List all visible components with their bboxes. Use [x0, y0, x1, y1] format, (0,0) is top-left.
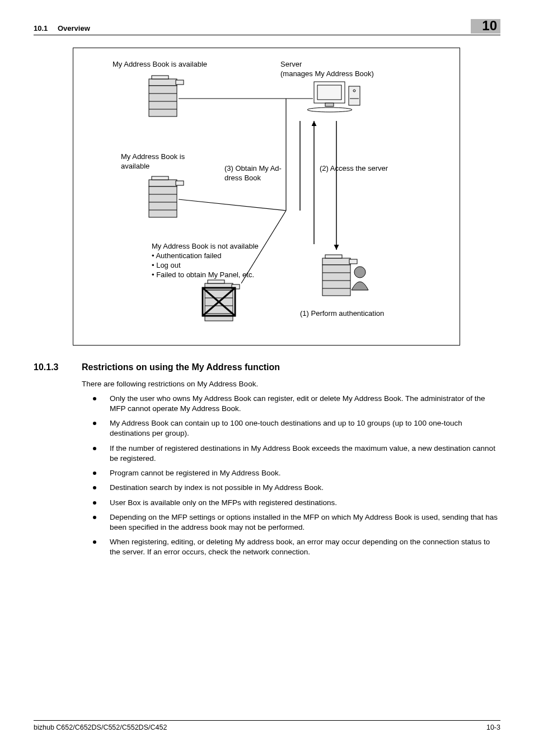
diagram-container: My Address Book is available Server (man… [73, 48, 500, 346]
diagram: My Address Book is available Server (man… [73, 48, 460, 346]
list-item: Program cannot be registered in My Addre… [93, 468, 500, 478]
mfp-icon [149, 76, 184, 116]
svg-rect-13 [349, 86, 360, 105]
footer-left: bizhub C652/C652DS/C552/C552DS/C452 [34, 723, 167, 732]
header-section-title: Overview [58, 24, 90, 32]
list-item: When registering, editing, or deleting M… [93, 537, 500, 557]
section-body: There are following restrictions on My A… [82, 379, 500, 558]
list-item: If the number of registered destinations… [93, 444, 500, 464]
list-item: My Address Book can contain up to 100 on… [93, 418, 500, 438]
footer: bizhub C652/C652DS/C552/C552DS/C452 10-3 [34, 720, 500, 732]
user-icon [352, 267, 368, 290]
diagram-svg [73, 48, 460, 345]
section-intro: There are following restrictions on My A… [82, 379, 500, 389]
header-section-number: 10.1 [34, 24, 48, 32]
section-title: Restrictions on using the My Address fun… [82, 361, 280, 374]
section: 10.1.3 Restrictions on using the My Addr… [34, 361, 500, 558]
section-number: 10.1.3 [34, 361, 67, 374]
svg-point-17 [354, 267, 366, 278]
header-left: 10.1 Overview [34, 24, 90, 34]
running-header: 10.1 Overview 10 [34, 19, 500, 35]
svg-line-20 [179, 199, 286, 211]
svg-line-24 [241, 211, 286, 283]
restriction-list: Only the user who owns My Address Book c… [82, 394, 500, 558]
server-icon [307, 82, 360, 112]
svg-point-16 [307, 108, 352, 112]
footer-right: 10-3 [486, 723, 500, 732]
mfp-icon [149, 176, 184, 217]
page: 10.1 Overview 10 My Address Book is avai… [0, 0, 534, 756]
mfp-unavailable-icon [203, 280, 240, 321]
list-item: Destination search by index is not possi… [93, 483, 500, 493]
list-item: Only the user who owns My Address Book c… [93, 394, 500, 414]
svg-rect-12 [325, 103, 334, 106]
svg-rect-11 [317, 85, 341, 100]
chapter-badge: 10 [471, 19, 500, 34]
list-item: User Box is available only on the MFPs w… [93, 498, 500, 508]
list-item: Depending on the MFP settings or options… [93, 512, 500, 533]
